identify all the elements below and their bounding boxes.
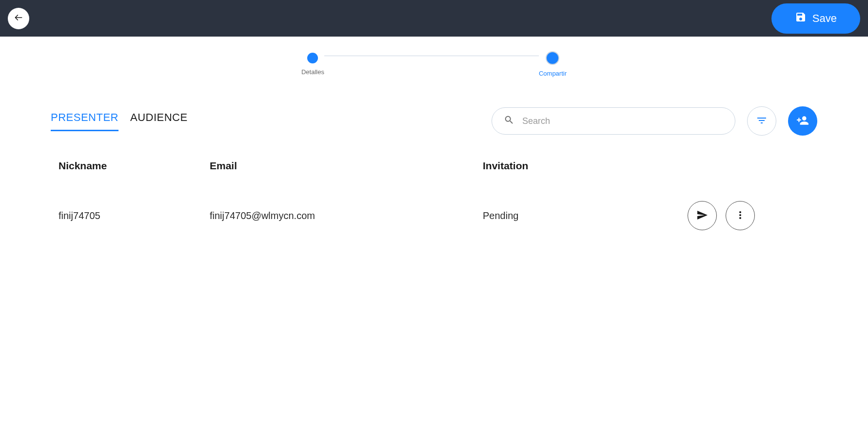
send-button[interactable] (688, 201, 717, 230)
cell-nickname: finij74705 (59, 210, 210, 221)
search-icon (504, 115, 514, 127)
save-button-label: Save (812, 12, 837, 25)
arrow-left-icon (14, 13, 23, 24)
column-header-nickname: Nickname (59, 160, 210, 172)
tab-presenter[interactable]: PRESENTER (51, 111, 118, 131)
filter-icon (756, 115, 768, 128)
add-user-button[interactable] (788, 106, 817, 136)
table-row: finij74705 finij74705@wlmycn.com Pending (51, 191, 817, 240)
send-icon (696, 209, 708, 222)
search-input[interactable] (522, 116, 723, 126)
step-compartir[interactable]: Compartir (539, 51, 567, 77)
app-header: Save (0, 0, 868, 37)
search-box[interactable] (492, 107, 735, 135)
column-header-invitation: Invitation (483, 160, 688, 172)
step-detalles[interactable]: Detalles (301, 53, 324, 76)
actions-bar (492, 106, 817, 136)
step-circle-icon (307, 53, 318, 63)
step-label: Detalles (301, 68, 324, 76)
step-label: Compartir (539, 70, 567, 77)
step-connector (324, 56, 539, 56)
more-options-button[interactable] (726, 201, 755, 230)
tab-audience[interactable]: AUDIENCE (130, 111, 188, 131)
tabs: PRESENTER AUDIENCE (51, 111, 188, 131)
row-actions (688, 201, 813, 230)
save-icon (795, 11, 807, 26)
column-header-email: Email (210, 160, 483, 172)
main-content: PRESENTER AUDIENCE (0, 97, 868, 250)
step-circle-icon (546, 51, 559, 65)
save-button[interactable]: Save (771, 3, 860, 34)
filter-button[interactable] (747, 106, 776, 136)
cell-invitation: Pending (483, 210, 688, 221)
more-vert-icon (734, 209, 746, 222)
person-add-icon (796, 114, 809, 128)
cell-email: finij74705@wlmycn.com (210, 210, 483, 221)
stepper: Detalles Compartir (0, 37, 868, 97)
table-header: Nickname Email Invitation (51, 160, 817, 172)
back-button[interactable] (8, 8, 29, 29)
tabs-row: PRESENTER AUDIENCE (51, 106, 817, 136)
